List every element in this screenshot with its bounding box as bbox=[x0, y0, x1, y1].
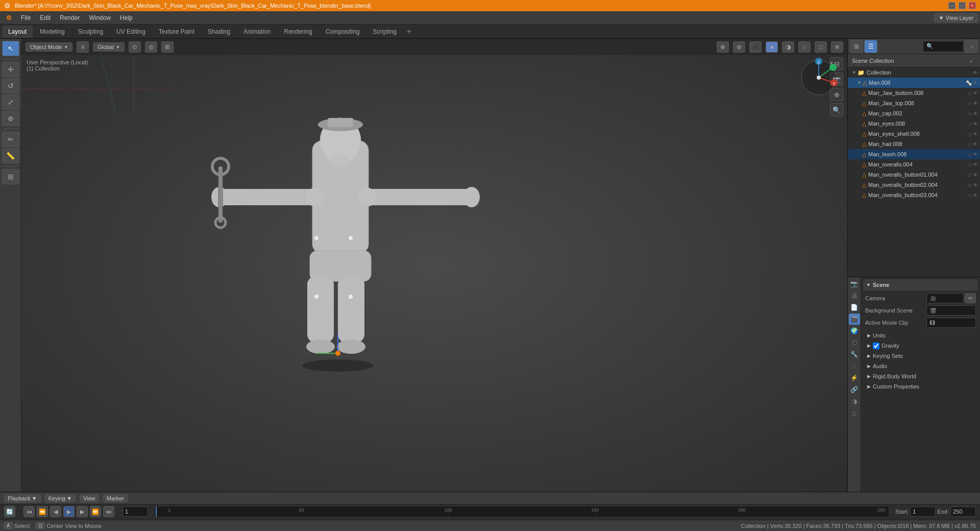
viewport-shading-wireframe[interactable]: □ bbox=[815, 41, 827, 53]
proportional-edit-icon[interactable]: ◎ bbox=[145, 41, 157, 53]
select-tool-button[interactable]: ↖ bbox=[2, 41, 19, 56]
xray-icon[interactable]: ⬛ bbox=[749, 41, 762, 53]
tab-animation[interactable]: Animation bbox=[237, 26, 277, 38]
button02-mat-icon[interactable]: ◇ bbox=[968, 182, 972, 188]
outliner-icon[interactable]: ☰ bbox=[864, 40, 877, 53]
close-button[interactable]: ✕ bbox=[969, 2, 976, 9]
prop-modifier-icon[interactable]: 🔧 bbox=[849, 349, 860, 360]
rotate-tool-button[interactable]: ↺ bbox=[2, 78, 19, 93]
button03-vis-icon[interactable]: 👁 bbox=[973, 192, 978, 198]
tab-sculpting[interactable]: Sculpting bbox=[72, 26, 109, 38]
leash-vis-icon[interactable]: 👁 bbox=[973, 152, 978, 157]
menubar-item-blender[interactable]: ⚙ bbox=[2, 13, 16, 22]
outliner-item-button02[interactable]: △ Man_overalls_button02.004 ◇ 👁 bbox=[848, 180, 980, 190]
units-section-header[interactable]: ▶ Units bbox=[863, 330, 978, 341]
jump-end-btn[interactable]: ⏭ bbox=[103, 506, 114, 517]
object-mode-selector[interactable]: Object Mode ▼ bbox=[26, 42, 72, 52]
outliner-item-leash[interactable]: △ Man_leash.008 ◇ 👁 bbox=[848, 149, 980, 159]
active-movie-clip-value[interactable]: 🎞 bbox=[926, 318, 976, 328]
viewport-stats-icon[interactable]: ≋ bbox=[831, 41, 843, 53]
play-btn[interactable]: ▶ bbox=[63, 506, 75, 517]
annotate-tool-button[interactable]: ✏ bbox=[2, 132, 19, 147]
viewport-menu-icon[interactable]: ≡ bbox=[77, 41, 89, 53]
outliner-item-overalls[interactable]: △ Man_overalls.004 ◇ 👁 bbox=[848, 159, 980, 170]
outliner-item-cap[interactable]: △ Man_cap.002 ◇ 👁 bbox=[848, 108, 980, 118]
hair-vis-icon[interactable]: 👁 bbox=[973, 141, 978, 147]
outliner-item-button01[interactable]: △ Man_overalls_button01.004 ◇ 👁 bbox=[848, 170, 980, 180]
scene-section-header[interactable]: ▼ Scene bbox=[863, 279, 978, 291]
start-frame-input[interactable]: 1 bbox=[910, 506, 936, 517]
outliner-item-man008[interactable]: ▼ △ Man.008 🦴 👁 bbox=[848, 78, 980, 88]
viewport-shading-rendered[interactable]: ○ bbox=[798, 41, 811, 53]
eyes-mat-icon[interactable]: ◇ bbox=[968, 121, 972, 127]
tab-texture-paint[interactable]: Texture Paint bbox=[153, 26, 201, 38]
man008-rig-icon[interactable]: 🦴 bbox=[966, 80, 972, 86]
jaw-top-mat-icon[interactable]: ◇ bbox=[968, 101, 972, 106]
button01-vis-icon[interactable]: 👁 bbox=[973, 172, 978, 178]
next-keyframe-btn[interactable]: ⏩ bbox=[90, 506, 101, 517]
zoom-icon[interactable]: 🔍 bbox=[830, 103, 843, 116]
minimize-button[interactable]: ─ bbox=[948, 2, 955, 9]
step-forward-btn[interactable]: ▶ bbox=[77, 506, 88, 517]
timeline-playhead[interactable] bbox=[156, 506, 157, 517]
global-selector[interactable]: Global ▼ bbox=[93, 42, 125, 52]
measure-tool-button[interactable]: 📏 bbox=[2, 148, 19, 163]
prop-material-icon[interactable]: ◑ bbox=[849, 396, 860, 407]
audio-section-header[interactable]: ▶ Audio bbox=[863, 361, 978, 371]
outliner-item-jaw-bottom[interactable]: △ Man_Jaw_bottom.008 ◇ 👁 bbox=[848, 88, 980, 98]
step-back-btn[interactable]: ◀ bbox=[50, 506, 61, 517]
menubar-item-file[interactable]: File bbox=[17, 13, 35, 22]
end-frame-input[interactable]: 250 bbox=[950, 506, 976, 517]
custom-props-section-header[interactable]: ▶ Custom Properties bbox=[863, 381, 978, 392]
move-tool-button[interactable]: ✛ bbox=[2, 62, 19, 77]
jaw-bottom-mat-icon[interactable]: ◇ bbox=[968, 90, 972, 96]
rigid-body-section-header[interactable]: ▶ Rigid Body World bbox=[863, 371, 978, 381]
overalls-vis-icon[interactable]: 👁 bbox=[973, 162, 978, 167]
tab-rendering[interactable]: Rendering bbox=[278, 26, 318, 38]
gravity-checkbox[interactable] bbox=[873, 343, 879, 349]
prop-scene-icon[interactable]: 🎬 bbox=[849, 313, 860, 325]
keying-menu[interactable]: Keying ▼ bbox=[45, 494, 76, 502]
new-collection-icon[interactable]: ⊞ bbox=[850, 40, 863, 53]
jaw-bottom-vis-icon[interactable]: 👁 bbox=[973, 90, 978, 96]
add-workspace-button[interactable]: + bbox=[404, 27, 414, 36]
outliner-item-jaw-top[interactable]: △ Man_Jaw_top.008 ◇ 👁 bbox=[848, 98, 980, 108]
prop-output-icon[interactable]: 🖨 bbox=[849, 290, 860, 301]
background-scene-value[interactable]: 🎬 bbox=[926, 305, 976, 316]
hair-mat-icon[interactable]: ◇ bbox=[968, 141, 972, 147]
viewport-shading-solid[interactable]: ● bbox=[766, 41, 778, 53]
prop-particles-icon[interactable]: ·: bbox=[849, 360, 860, 372]
view-menu[interactable]: View bbox=[80, 494, 99, 502]
transform-tool-button[interactable]: ⊕ bbox=[2, 111, 19, 126]
prop-data-icon[interactable]: △ bbox=[849, 407, 860, 419]
prev-keyframe-btn[interactable]: ⏪ bbox=[37, 506, 48, 517]
tab-shading[interactable]: Shading bbox=[202, 26, 236, 38]
prop-physics-icon[interactable]: ⚡ bbox=[849, 372, 860, 383]
scale-tool-button[interactable]: ⤢ bbox=[2, 94, 19, 110]
outliner-item-eyes-shell[interactable]: △ Man_eyes_shell.008 ◇ 👁 bbox=[848, 129, 980, 139]
viewport-gizmo[interactable]: Y X Z bbox=[798, 57, 839, 98]
button03-mat-icon[interactable]: ◇ bbox=[968, 192, 972, 198]
add-object-button[interactable]: ⊞ bbox=[2, 169, 19, 184]
camera-pick-btn[interactable]: ✏ bbox=[965, 293, 976, 303]
jaw-top-vis-icon[interactable]: 👁 bbox=[973, 101, 978, 106]
eyes-shell-mat-icon[interactable]: ◇ bbox=[968, 131, 972, 137]
viewport-overlays-icon[interactable]: ⊚ bbox=[733, 41, 745, 53]
menubar-item-help[interactable]: Help bbox=[116, 13, 137, 22]
gravity-section-header[interactable]: ▶ Gravity bbox=[863, 341, 978, 351]
current-frame-input[interactable]: 1 bbox=[122, 506, 148, 517]
overalls-mat-icon[interactable]: ◇ bbox=[968, 162, 972, 167]
maximize-button[interactable]: □ bbox=[959, 2, 966, 9]
tab-compositing[interactable]: Compositing bbox=[320, 26, 366, 38]
marker-menu[interactable]: Marker bbox=[103, 494, 128, 502]
prop-render-icon[interactable]: 📷 bbox=[849, 278, 860, 289]
cap-mat-icon[interactable]: ◇ bbox=[968, 111, 972, 116]
playback-menu[interactable]: Playback ▼ bbox=[4, 494, 41, 502]
keying-sets-section-header[interactable]: ▶ Keying Sets bbox=[863, 351, 978, 361]
jump-start-btn[interactable]: ⏮ bbox=[23, 506, 35, 517]
camera-value[interactable]: 🎥 bbox=[926, 293, 964, 303]
cap-vis-icon[interactable]: 👁 bbox=[973, 111, 978, 116]
prop-object-icon[interactable]: ⬡ bbox=[849, 337, 860, 348]
prop-world-icon[interactable]: 🌍 bbox=[849, 325, 860, 336]
menubar-item-window[interactable]: Window bbox=[85, 13, 115, 22]
